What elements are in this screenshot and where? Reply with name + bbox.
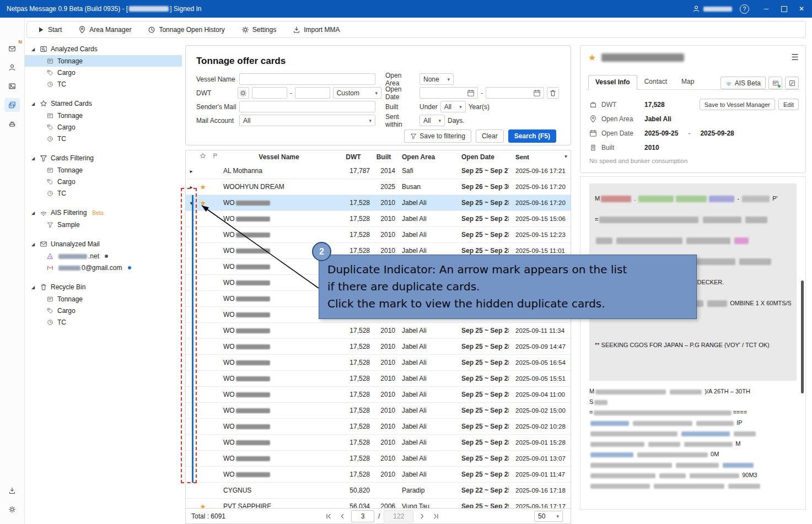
- collapse-triangle-icon[interactable]: ◢: [31, 285, 36, 290]
- help-button[interactable]: ?: [740, 4, 749, 14]
- vessel-star-icon[interactable]: ★: [588, 52, 596, 63]
- prev-page-button[interactable]: [337, 511, 347, 521]
- table-row[interactable]: WO17,5282010Jabel AliSep 25 ~ Sep 282025…: [186, 403, 571, 419]
- maximize-button[interactable]: [776, 2, 792, 16]
- duplicate-expand-icon[interactable]: ▸: [186, 184, 197, 190]
- dwt-max-input[interactable]: [295, 87, 330, 99]
- table-row[interactable]: ▸★WOOHYUN DREAM2025BusanSep 26 ~ Sep 302…: [186, 179, 571, 195]
- table-row[interactable]: ▾★WO17,5282010Jabel AliSep 25 ~ Sep 2820…: [186, 195, 571, 211]
- table-row[interactable]: WO17,5282010Jabel AliSep 25 ~ Sep 282025…: [186, 227, 571, 243]
- sidebar-section-starred-cards[interactable]: ◢Starred Cards: [25, 98, 182, 110]
- save-card-button[interactable]: [768, 77, 782, 89]
- flag-column-header-icon[interactable]: [212, 153, 219, 159]
- table-row[interactable]: ★PVT SAPPHIRE56,0342006Vung TauSep 25 ~ …: [186, 499, 571, 508]
- rail-download-button[interactable]: [4, 484, 20, 498]
- table-row[interactable]: WO17,5282010Jabel AliSep 25 ~ Sep 282025…: [186, 387, 571, 403]
- collapse-triangle-icon[interactable]: ◢: [31, 47, 36, 52]
- collapse-triangle-icon[interactable]: ◢: [31, 156, 36, 161]
- sidebar-item-cargo[interactable]: Cargo: [25, 176, 182, 187]
- column-dwt[interactable]: DWT: [336, 153, 371, 161]
- panel-menu-icon[interactable]: ☰: [792, 52, 799, 62]
- sidebar-item-tonnage[interactable]: Tonnage: [25, 110, 182, 121]
- senders-mail-input[interactable]: [239, 101, 375, 112]
- user-menu[interactable]: [692, 5, 733, 13]
- table-row[interactable]: WO17,5282010Jabel AliSep 25 ~ Sep 282025…: [186, 467, 571, 483]
- table-row[interactable]: WO17,5282010Jabel AliSep 25 ~ Sep 282025…: [186, 371, 571, 387]
- column-built[interactable]: Built: [371, 153, 396, 161]
- duplicate-expand-icon[interactable]: ▾: [186, 200, 197, 206]
- save-to-filtering-button[interactable]: Save to filtering: [404, 129, 471, 143]
- last-page-button[interactable]: [431, 511, 441, 521]
- column-filter-icon[interactable]: ▾: [564, 153, 567, 159]
- duplicate-expand-icon[interactable]: ▸: [186, 168, 197, 174]
- column-open-area[interactable]: Open Area: [396, 153, 454, 161]
- rail-cards-button[interactable]: [4, 98, 20, 112]
- sidebar-item-tc[interactable]: TC: [25, 133, 182, 144]
- rail-gallery-button[interactable]: [4, 79, 20, 93]
- table-row[interactable]: WO17,5282010Jabel AliSep 25 ~ Sep 282025…: [186, 211, 571, 227]
- rail-settings-button[interactable]: [4, 503, 20, 516]
- page-input[interactable]: 3: [351, 510, 374, 522]
- collapse-triangle-icon[interactable]: ◢: [31, 101, 36, 106]
- first-page-button[interactable]: [324, 511, 334, 521]
- toolbar-area-manager[interactable]: Area Manager: [78, 26, 131, 34]
- sidebar-item-tc[interactable]: TC: [25, 316, 182, 328]
- star-icon[interactable]: ★: [200, 503, 206, 509]
- open-area-select[interactable]: None▾: [420, 73, 454, 85]
- sidebar-section-cards-filtering[interactable]: ◢Cards Filtering: [25, 152, 182, 164]
- tab-contact[interactable]: Contact: [637, 74, 674, 89]
- dwt-min-input[interactable]: [252, 87, 287, 99]
- sidebar-item-tonnage[interactable]: Tonnage: [25, 293, 182, 305]
- sidebar-item-sample[interactable]: Sample: [25, 219, 182, 230]
- sidebar-item-tonnage[interactable]: Tonnage: [25, 55, 182, 67]
- next-page-button[interactable]: [417, 511, 427, 521]
- dwt-settings-button[interactable]: [238, 87, 249, 99]
- column-open-date[interactable]: Open Date: [454, 153, 509, 161]
- sidebar-item-mail-account[interactable]: 0@gmail.com: [25, 262, 182, 273]
- built-select[interactable]: All▾: [440, 101, 466, 112]
- vessel-name-input[interactable]: [239, 73, 375, 85]
- star-icon[interactable]: ★: [200, 199, 206, 207]
- star-icon[interactable]: ★: [200, 183, 206, 191]
- sidebar-item-cargo[interactable]: Cargo: [25, 121, 182, 133]
- collapse-triangle-icon[interactable]: ◢: [31, 210, 36, 215]
- sidebar-item-tc[interactable]: TC: [25, 187, 182, 199]
- table-row[interactable]: CYGNUS50,820ParadipSep 22 ~ Sep 252025-0…: [186, 483, 571, 499]
- compose-button[interactable]: [785, 77, 799, 89]
- mail-account-select[interactable]: All▾: [239, 115, 375, 126]
- star-column-header-icon[interactable]: [200, 153, 206, 159]
- toolbar-start[interactable]: Start: [37, 26, 62, 34]
- table-row[interactable]: ▸AL Mothanna17,7872014SafiSep 25 ~ Sep 2…: [186, 163, 571, 179]
- column-sent[interactable]: Sent: [509, 154, 571, 160]
- open-date-clear-button[interactable]: [547, 87, 559, 99]
- rail-vessels-button[interactable]: [4, 117, 20, 131]
- sidebar-section-ais-filtering[interactable]: ◢AIS FilteringBeta: [25, 207, 182, 219]
- dwt-preset-select[interactable]: Custom▾: [333, 87, 381, 99]
- sidebar-section-recycle-bin[interactable]: ◢Recycle Bin: [25, 281, 182, 293]
- sidebar-item-cargo[interactable]: Cargo: [25, 67, 182, 78]
- close-button[interactable]: ✕: [793, 2, 810, 16]
- table-row[interactable]: WO17,5282010Jabel AliSep 25 ~ Sep 282025…: [186, 355, 571, 371]
- save-to-vessel-manager-button[interactable]: Save to Vessel Manager: [700, 99, 775, 110]
- toolbar-import-mma[interactable]: Import MMA: [293, 26, 340, 34]
- clear-button[interactable]: Clear: [476, 129, 504, 143]
- sidebar-item-tonnage[interactable]: Tonnage: [25, 164, 182, 176]
- rail-contacts-button[interactable]: [4, 61, 20, 74]
- minimize-button[interactable]: ─: [758, 2, 775, 16]
- sidebar-item-tc[interactable]: TC: [25, 78, 182, 90]
- table-row[interactable]: WO17,5282010Jabel AliSep 25 ~ Sep 282025…: [186, 323, 571, 339]
- toolbar-tonnage-open-history[interactable]: Tonnage Open History: [148, 26, 224, 34]
- rail-mail-button[interactable]: N: [4, 42, 20, 56]
- sidebar-item-mail-account[interactable]: .net: [25, 250, 182, 262]
- toolbar-settings[interactable]: Settings: [241, 26, 276, 34]
- sent-within-select[interactable]: All▾: [420, 115, 445, 126]
- sidebar-section-unanalyzed-mail[interactable]: ◢Unanalyzed Mail: [25, 238, 182, 250]
- tab-map[interactable]: Map: [674, 74, 701, 89]
- collapse-triangle-icon[interactable]: ◢: [31, 242, 36, 247]
- sidebar-section-analyzed-cards[interactable]: ◢Analyzed Cards: [25, 43, 182, 55]
- open-date-from-input[interactable]: [420, 87, 478, 99]
- page-size-select[interactable]: 50▾: [534, 511, 563, 522]
- table-row[interactable]: WO17,5282010Jabel AliSep 25 ~ Sep 282025…: [186, 435, 571, 451]
- tab-vessel-info[interactable]: Vessel Info: [588, 75, 637, 90]
- table-row[interactable]: WO17,5282010Jabel AliSep 25 ~ Sep 282025…: [186, 451, 571, 467]
